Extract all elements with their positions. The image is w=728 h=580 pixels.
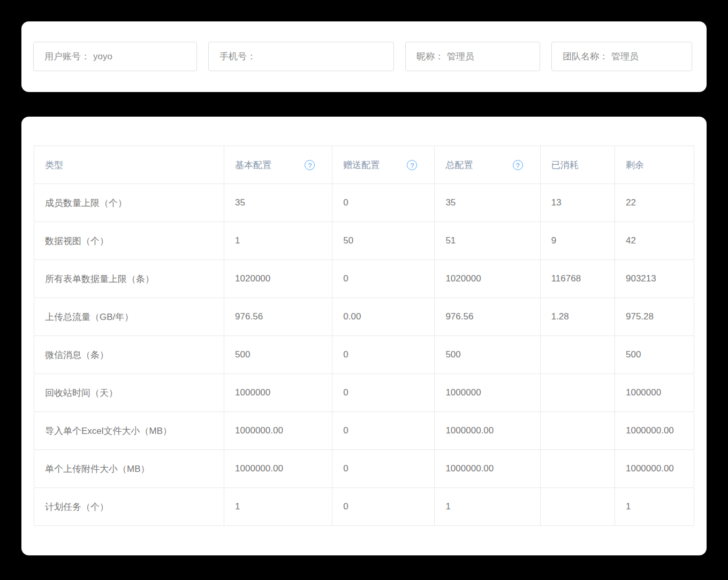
table-row: 微信消息（条）5000500500 <box>34 336 694 374</box>
value-cell: 1000000.00 <box>224 412 332 450</box>
value-cell: 0 <box>332 374 435 412</box>
column-header-inner: 剩余 <box>626 159 688 171</box>
value-cell: 500 <box>224 336 332 374</box>
value-cell <box>540 488 615 526</box>
team-name-value: 管理员 <box>611 50 639 63</box>
table-row: 上传总流量（GB/年）976.560.00976.561.28975.28 <box>34 298 694 336</box>
page: 用户账号：yoyo 手机号： 昵称：管理员 团队名称：管理员 类型基本配置?赠送… <box>0 0 728 580</box>
value-cell: 1000000.00 <box>435 412 540 450</box>
value-cell: 1 <box>224 488 332 526</box>
column-header: 剩余 <box>615 146 694 184</box>
value-cell: 975.28 <box>615 298 694 336</box>
value-cell: 1000000 <box>224 374 332 412</box>
table-row: 数据视图（个）15051942 <box>34 222 694 260</box>
row-label-cell: 回收站时间（天） <box>34 374 224 412</box>
table-row: 单个上传附件大小（MB）1000000.0001000000.001000000… <box>34 450 694 488</box>
row-label-cell: 成员数量上限（个） <box>34 184 224 222</box>
team-name-label: 团队名称： <box>563 50 608 63</box>
value-cell: 50 <box>332 222 435 260</box>
row-label-cell: 单个上传附件大小（MB） <box>34 450 224 488</box>
column-header-label: 赠送配置 <box>343 159 380 171</box>
value-cell <box>540 412 615 450</box>
row-label-cell: 导入单个Excel文件大小（MB） <box>34 412 224 450</box>
table-row: 成员数量上限（个）350351322 <box>34 184 694 222</box>
value-cell: 0 <box>332 488 435 526</box>
row-label-cell: 微信消息（条） <box>34 336 224 374</box>
value-cell: 1020000 <box>435 260 540 298</box>
help-icon[interactable]: ? <box>407 160 417 170</box>
value-cell: 1000000.00 <box>615 412 694 450</box>
phone-label: 手机号： <box>219 50 256 63</box>
quota-card: 类型基本配置?赠送配置?总配置?已消耗剩余 成员数量上限（个）350351322… <box>21 117 707 555</box>
column-header-label: 剩余 <box>626 159 644 171</box>
value-cell: 903213 <box>615 260 694 298</box>
column-header-label: 基本配置 <box>235 159 271 171</box>
nickname-field[interactable]: 昵称：管理员 <box>405 42 540 71</box>
quota-table: 类型基本配置?赠送配置?总配置?已消耗剩余 成员数量上限（个）350351322… <box>34 146 694 526</box>
value-cell: 1000000.00 <box>615 450 694 488</box>
value-cell: 500 <box>435 336 540 374</box>
value-cell: 35 <box>224 184 332 222</box>
table-row: 所有表单数据量上限（条）102000001020000116768903213 <box>34 260 694 298</box>
value-cell: 1 <box>435 488 540 526</box>
value-cell: 0 <box>332 336 435 374</box>
value-cell: 116768 <box>540 260 615 298</box>
value-cell: 22 <box>615 184 694 222</box>
value-cell: 1.28 <box>540 298 615 336</box>
column-header-label: 已消耗 <box>551 159 579 171</box>
nickname-label: 昵称： <box>416 50 444 63</box>
value-cell: 13 <box>540 184 615 222</box>
value-cell: 1000000 <box>615 374 694 412</box>
row-label-cell: 上传总流量（GB/年） <box>34 298 224 336</box>
column-header-inner: 基本配置? <box>235 159 327 171</box>
value-cell: 42 <box>615 222 694 260</box>
row-label-cell: 计划任务（个） <box>34 488 224 526</box>
value-cell: 1020000 <box>224 260 332 298</box>
help-icon[interactable]: ? <box>513 160 523 170</box>
value-cell: 976.56 <box>435 298 540 336</box>
phone-field[interactable]: 手机号： <box>208 42 394 71</box>
column-header: 总配置? <box>435 146 540 184</box>
column-header: 基本配置? <box>224 146 332 184</box>
user-info-card: 用户账号：yoyo 手机号： 昵称：管理员 团队名称：管理员 <box>21 21 707 92</box>
value-cell: 0.00 <box>332 298 435 336</box>
value-cell: 51 <box>435 222 540 260</box>
value-cell: 1 <box>224 222 332 260</box>
row-label-cell: 所有表单数据量上限（条） <box>34 260 224 298</box>
user-info-fields-row: 用户账号：yoyo 手机号： 昵称：管理员 团队名称：管理员 <box>33 42 695 71</box>
column-header-inner: 赠送配置? <box>343 159 429 171</box>
value-cell: 976.56 <box>224 298 332 336</box>
row-label-cell: 数据视图（个） <box>34 222 224 260</box>
value-cell <box>540 336 615 374</box>
team-name-field[interactable]: 团队名称：管理员 <box>551 42 692 71</box>
value-cell: 0 <box>332 260 435 298</box>
value-cell: 0 <box>332 184 435 222</box>
table-row: 回收站时间（天）1000000010000001000000 <box>34 374 694 412</box>
value-cell: 0 <box>332 450 435 488</box>
value-cell <box>540 450 615 488</box>
table-row: 计划任务（个）1011 <box>34 488 694 526</box>
column-header: 类型 <box>34 146 224 184</box>
column-header: 赠送配置? <box>332 146 435 184</box>
table-row: 导入单个Excel文件大小（MB）1000000.0001000000.0010… <box>34 412 694 450</box>
user-account-label: 用户账号： <box>44 50 90 63</box>
column-header-inner: 类型 <box>45 159 218 171</box>
value-cell: 35 <box>435 184 540 222</box>
quota-table-body: 成员数量上限（个）350351322数据视图（个）15051942所有表单数据量… <box>34 184 694 526</box>
nickname-value: 管理员 <box>447 50 474 63</box>
column-header-inner: 已消耗 <box>551 159 609 171</box>
value-cell <box>540 374 615 412</box>
user-account-value: yoyo <box>93 51 112 62</box>
value-cell: 500 <box>615 336 694 374</box>
table-header-row: 类型基本配置?赠送配置?总配置?已消耗剩余 <box>34 146 694 184</box>
value-cell: 1000000.00 <box>224 450 332 488</box>
value-cell: 1000000.00 <box>435 450 540 488</box>
column-header-label: 类型 <box>45 159 63 171</box>
column-header: 已消耗 <box>540 146 615 184</box>
help-icon[interactable]: ? <box>305 160 315 170</box>
value-cell: 1 <box>615 488 694 526</box>
user-account-field[interactable]: 用户账号：yoyo <box>33 42 197 71</box>
column-header-label: 总配置 <box>445 159 473 171</box>
value-cell: 1000000 <box>435 374 540 412</box>
value-cell: 0 <box>332 412 435 450</box>
